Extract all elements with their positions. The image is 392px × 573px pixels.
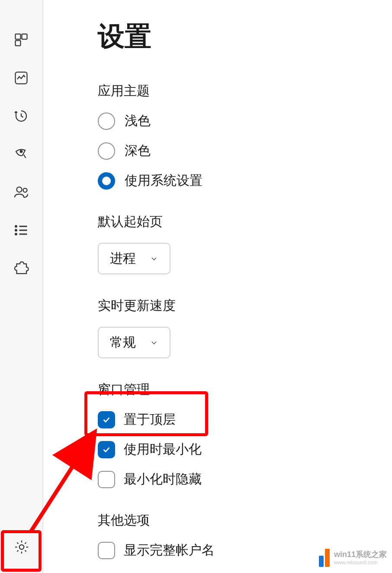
svg-rect-0 bbox=[16, 34, 21, 39]
checkbox-hide-when-minimized[interactable]: 最小化时隐藏 bbox=[98, 470, 392, 488]
section-other-options-title: 其他选项 bbox=[98, 512, 392, 529]
radio-label: 浅色 bbox=[125, 112, 151, 130]
radio-theme-light[interactable]: 浅色 bbox=[98, 112, 392, 130]
users-icon bbox=[13, 184, 29, 200]
gear-icon bbox=[14, 539, 29, 555]
chevron-down-icon bbox=[150, 254, 158, 263]
checkbox-label: 置于顶层 bbox=[124, 411, 176, 428]
svg-point-13 bbox=[19, 545, 24, 550]
svg-point-4 bbox=[20, 151, 22, 153]
performance-icon bbox=[13, 70, 29, 86]
sidebar-item-services[interactable] bbox=[0, 249, 43, 287]
grid-icon bbox=[13, 32, 29, 48]
history-icon bbox=[13, 108, 29, 124]
svg-point-9 bbox=[16, 234, 17, 235]
section-update-speed-title: 实时更新速度 bbox=[98, 297, 392, 315]
radio-icon-selected bbox=[98, 172, 115, 190]
sidebar-item-performance[interactable] bbox=[0, 59, 43, 97]
section-theme-title: 应用主题 bbox=[98, 82, 392, 100]
checkbox-minimize-on-use[interactable]: 使用时最小化 bbox=[98, 441, 392, 458]
sidebar-item-users[interactable] bbox=[0, 173, 43, 211]
sidebar-item-details[interactable] bbox=[0, 211, 43, 249]
theme-radio-group: 浅色 深色 使用系统设置 bbox=[98, 112, 392, 190]
startup-icon bbox=[13, 146, 29, 162]
svg-point-6 bbox=[23, 188, 27, 192]
checkbox-icon bbox=[98, 471, 115, 488]
checkbox-label: 最小化时隐藏 bbox=[124, 470, 202, 488]
svg-point-7 bbox=[16, 226, 17, 227]
section-default-page-title: 默认起始页 bbox=[98, 213, 392, 231]
radio-theme-system[interactable]: 使用系统设置 bbox=[98, 172, 392, 190]
watermark-url: www.relsound.com bbox=[334, 560, 387, 566]
section-window-management-title: 窗口管理 bbox=[98, 381, 392, 399]
radio-theme-dark[interactable]: 深色 bbox=[98, 142, 392, 160]
default-page-select[interactable]: 进程 bbox=[98, 243, 170, 274]
svg-point-8 bbox=[16, 230, 17, 231]
main-content: 设置 应用主题 浅色 深色 使用系统设置 默认起始页 进程 实时更新速度 常规 … bbox=[43, 0, 392, 573]
watermark: win11系统之家 www.relsound.com bbox=[319, 549, 387, 567]
radio-icon bbox=[98, 142, 115, 160]
sidebar-item-processes[interactable] bbox=[0, 21, 43, 59]
sidebar-item-history[interactable] bbox=[0, 97, 43, 135]
svg-point-5 bbox=[17, 187, 22, 192]
checkbox-label: 显示完整帐户名 bbox=[124, 541, 215, 559]
sidebar-item-startup[interactable] bbox=[0, 135, 43, 173]
select-value: 进程 bbox=[110, 250, 136, 267]
checkbox-label: 使用时最小化 bbox=[124, 441, 202, 458]
page-title: 设置 bbox=[98, 18, 392, 55]
list-icon bbox=[13, 222, 29, 238]
svg-rect-1 bbox=[22, 34, 27, 39]
radio-icon bbox=[98, 113, 115, 130]
chevron-down-icon bbox=[150, 338, 158, 347]
checkbox-always-on-top[interactable]: 置于顶层 bbox=[98, 411, 392, 428]
watermark-title: win11系统之家 bbox=[334, 550, 387, 560]
update-speed-select[interactable]: 常规 bbox=[98, 327, 170, 358]
window-management-group: 置于顶层 使用时最小化 最小化时隐藏 bbox=[98, 411, 392, 488]
svg-rect-2 bbox=[16, 41, 21, 46]
checkbox-icon bbox=[98, 542, 115, 559]
radio-label: 使用系统设置 bbox=[125, 172, 202, 190]
checkbox-icon-checked bbox=[98, 411, 115, 428]
watermark-logo-icon bbox=[319, 549, 330, 567]
checkbox-icon-checked bbox=[98, 441, 115, 458]
sidebar-item-settings[interactable] bbox=[0, 534, 43, 560]
select-value: 常规 bbox=[110, 334, 136, 351]
sidebar bbox=[0, 0, 43, 573]
puzzle-icon bbox=[13, 261, 29, 276]
radio-label: 深色 bbox=[125, 142, 151, 160]
